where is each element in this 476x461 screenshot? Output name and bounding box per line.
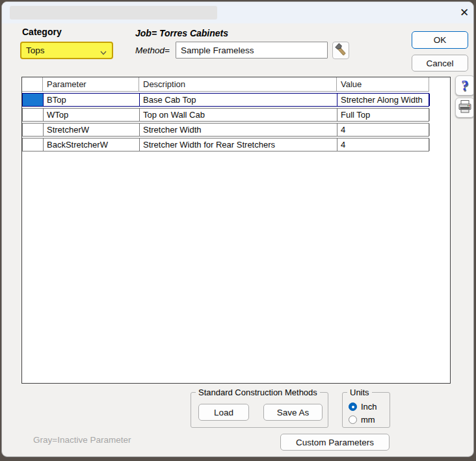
- job-title: Job= Torres Cabinets: [135, 28, 228, 38]
- parameter-cell[interactable]: BackStretcherW: [44, 138, 140, 151]
- parameter-cell[interactable]: BTop: [44, 94, 140, 106]
- row-selector[interactable]: [23, 124, 44, 136]
- units-group-label: Units: [347, 388, 372, 397]
- titlebar: ✕: [2, 2, 473, 23]
- column-header-description[interactable]: Description: [139, 77, 337, 92]
- ok-button[interactable]: OK: [412, 31, 468, 49]
- custom-parameters-button[interactable]: Custom Parameters: [280, 434, 390, 451]
- radio-unchecked-icon[interactable]: [349, 415, 357, 424]
- row-selector-header: [22, 77, 43, 92]
- value-cell[interactable]: Full Top: [337, 109, 430, 121]
- table-row[interactable]: BTop Base Cab Top Stretcher Along Width: [22, 93, 429, 107]
- description-cell[interactable]: Top on Wall Cab: [140, 109, 337, 121]
- description-cell[interactable]: Stretcher Width for Rear Stretchers: [140, 138, 337, 151]
- row-selector[interactable]: [23, 138, 44, 151]
- table-row[interactable]: StretcherW Stretcher Width 4: [22, 123, 429, 137]
- column-header-parameter[interactable]: Parameter: [43, 77, 139, 92]
- parameter-cell[interactable]: WTop: [44, 109, 140, 121]
- radio-label: Inch: [361, 402, 377, 412]
- value-cell[interactable]: 4: [337, 138, 430, 151]
- value-cell[interactable]: 4: [337, 124, 430, 136]
- parameter-cell[interactable]: StretcherW: [44, 124, 140, 136]
- method-label: Method=: [135, 46, 170, 55]
- help-button[interactable]: ?: [455, 75, 474, 96]
- window-title-placeholder: [10, 6, 217, 20]
- table-row[interactable]: WTop Top on Wall Cab Full Top: [22, 108, 429, 122]
- units-radio-inch[interactable]: Inch: [349, 402, 377, 412]
- category-dropdown-value: Tops: [26, 46, 45, 55]
- load-button[interactable]: Load: [198, 404, 249, 421]
- radio-checked-icon[interactable]: [349, 402, 357, 411]
- standard-methods-group-label: Standard Construction Methods: [196, 388, 320, 397]
- cancel-button[interactable]: Cancel: [412, 55, 468, 72]
- printer-icon: [457, 99, 473, 117]
- units-radio-mm[interactable]: mm: [349, 415, 375, 425]
- question-mark-icon: ?: [461, 78, 469, 93]
- hammer-icon: [334, 42, 348, 59]
- description-cell[interactable]: Base Cab Top: [140, 94, 337, 106]
- construction-method-dialog: ✕ Category Tops Job= Torres Cabinets Met…: [1, 1, 474, 457]
- table-header-row: Parameter Description Value: [22, 77, 450, 92]
- category-label: Category: [22, 27, 62, 37]
- chevron-down-icon: [99, 48, 107, 58]
- description-cell[interactable]: Stretcher Width: [140, 124, 337, 136]
- save-as-button[interactable]: Save As: [263, 404, 323, 421]
- radio-label: mm: [361, 415, 375, 425]
- parameters-table: Parameter Description Value BTop Base Ca…: [21, 77, 451, 384]
- row-selector[interactable]: [23, 94, 44, 106]
- value-cell[interactable]: Stretcher Along Width: [337, 94, 430, 106]
- column-header-value[interactable]: Value: [337, 77, 429, 92]
- print-button[interactable]: [455, 98, 474, 118]
- table-row[interactable]: BackStretcherW Stretcher Width for Rear …: [22, 138, 429, 151]
- category-dropdown[interactable]: Tops: [20, 42, 113, 59]
- row-selector[interactable]: [23, 109, 44, 121]
- close-icon[interactable]: ✕: [455, 4, 473, 21]
- inactive-parameter-note: Gray=Inactive Parameter: [33, 435, 131, 445]
- edit-method-button[interactable]: [332, 42, 349, 59]
- method-name-input[interactable]: [176, 42, 328, 59]
